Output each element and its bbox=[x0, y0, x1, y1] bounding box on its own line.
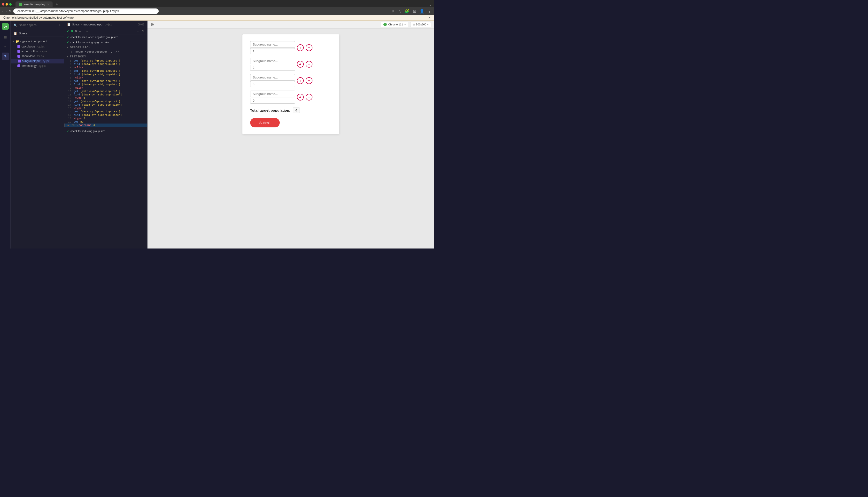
code-line-1[interactable]: 1 get [data-cy='group-inputs0'] bbox=[64, 59, 147, 62]
notification-close[interactable]: ✕ bbox=[428, 16, 431, 19]
code-line-17[interactable]: 17 find [data-cy='subgroup-size'] bbox=[64, 113, 147, 117]
subgroup-add-btn-3[interactable]: + bbox=[297, 94, 304, 100]
subgroup-value-input-0[interactable] bbox=[250, 48, 295, 54]
line-num: 2 bbox=[67, 63, 71, 66]
code-line-20-active[interactable]: ● 20 -contains 6 bbox=[64, 124, 147, 127]
code-line-5[interactable]: 5 find [data-cy='addgroup-btn'] bbox=[64, 73, 147, 76]
cmd: get bbox=[74, 110, 79, 113]
size-badge[interactable]: ⊞ 500x500 ▾ bbox=[410, 22, 431, 27]
tree-folder[interactable]: ▾ 📁 cypress / component bbox=[11, 39, 64, 44]
cmd: get bbox=[74, 80, 79, 83]
tab-bar: new-ifrc-sampling ✕ + ⌄ bbox=[0, 0, 434, 7]
wc-green[interactable] bbox=[9, 3, 12, 5]
subgroup-remove-btn-3[interactable]: − bbox=[305, 94, 312, 100]
file-calculators[interactable]: calculators.cy.jsx bbox=[11, 44, 64, 49]
tab-close-icon[interactable]: ✕ bbox=[47, 3, 49, 6]
sidebar-item-testing[interactable]: ⚗ bbox=[2, 53, 9, 60]
submit-button[interactable]: Submit bbox=[250, 118, 280, 127]
test-body-section[interactable]: ▾ TEST BODY bbox=[64, 54, 147, 59]
test-check-alert[interactable]: ✓ check for alert when negative group si… bbox=[64, 34, 147, 40]
file-icon bbox=[17, 45, 20, 48]
code-line-10[interactable]: 10 get [data-cy='group-inputs0'] bbox=[64, 90, 147, 93]
code-line-3[interactable]: 3 -click bbox=[64, 66, 147, 69]
file-subgroupinput[interactable]: subgroupinput.cy.jsx bbox=[11, 59, 64, 63]
subgroup-name-input-2[interactable] bbox=[250, 74, 295, 81]
bookmark-icon[interactable]: ☆ bbox=[398, 9, 401, 14]
subgroup-value-input-2[interactable] bbox=[250, 81, 295, 87]
subgroup-name-input-1[interactable] bbox=[250, 58, 295, 64]
collapse-icon[interactable]: ⌄ bbox=[429, 2, 432, 6]
file-terminology[interactable]: terminology.cy.jsx bbox=[11, 63, 64, 68]
subgroup-name-input-0[interactable] bbox=[250, 41, 295, 48]
code-line-14[interactable]: 14 find [data-cy='subgroup-size'] bbox=[64, 103, 147, 106]
line-num: 19 bbox=[67, 120, 71, 123]
folder-label: cypress / component bbox=[20, 40, 47, 43]
profile-icon[interactable]: 👤 bbox=[419, 9, 424, 14]
search-input[interactable] bbox=[19, 24, 57, 27]
code-line-8[interactable]: 8 find [data-cy='addgroup-btn'] bbox=[64, 83, 147, 86]
add-spec-button[interactable]: + bbox=[59, 23, 61, 27]
url-field[interactable]: localhost:8080/__/#/specs/runner?file=cy… bbox=[13, 9, 159, 14]
cmd: get bbox=[74, 120, 79, 123]
file-name: showMore bbox=[22, 55, 35, 58]
sidebar-item-analytics[interactable]: ▦ bbox=[2, 33, 9, 40]
test-check-reducing[interactable]: ✓ check for reducing group size bbox=[64, 128, 147, 134]
code-line-9[interactable]: 9 -click bbox=[64, 86, 147, 90]
code-line-11[interactable]: 11 find [data-cy='subgroup-size'] bbox=[64, 93, 147, 96]
subgroup-remove-btn-1[interactable]: − bbox=[305, 61, 312, 68]
refresh-ctrl-icon[interactable]: ↻ bbox=[141, 29, 144, 33]
test-check-summing[interactable]: ✓ check for summing up group size bbox=[64, 40, 147, 45]
app-container: cy ▦ ≡ ⚗ ⚙ 🔍 + 📋 Specs ▾ 📁 cypress / com… bbox=[0, 20, 434, 248]
code-line-18[interactable]: 18 -type 3 bbox=[64, 117, 147, 120]
browser-chrome: new-ifrc-sampling ✕ + ⌄ ‹ › ↻ localhost:… bbox=[0, 0, 434, 20]
code-line-4[interactable]: 4 get [data-cy='group-inputs0'] bbox=[64, 69, 147, 73]
wc-red[interactable] bbox=[2, 3, 4, 5]
subgroup-add-btn-0[interactable]: + bbox=[297, 44, 304, 51]
file-exportbutton[interactable]: exportButton.cy.jsx bbox=[11, 49, 64, 54]
forward-button[interactable]: › bbox=[5, 9, 7, 13]
subgroup-name-input-3[interactable] bbox=[250, 90, 295, 97]
code-line-15[interactable]: 15 -type 2 bbox=[64, 106, 147, 110]
code-line-19[interactable]: 19 get h3 bbox=[64, 120, 147, 124]
crosshair-icon[interactable]: ⊕ bbox=[151, 22, 154, 27]
size-chevron-icon: ▾ bbox=[427, 23, 428, 26]
code-line-16[interactable]: 16 get [data-cy='group-inputs2'] bbox=[64, 110, 147, 113]
subgroup-remove-btn-2[interactable]: − bbox=[305, 77, 312, 84]
subgroup-add-btn-1[interactable]: + bbox=[297, 61, 304, 68]
code-line-13[interactable]: 13 get [data-cy='group-inputs1'] bbox=[64, 100, 147, 103]
subgroup-row-0: + − bbox=[250, 41, 331, 54]
subgroup-add-btn-2[interactable]: + bbox=[297, 77, 304, 84]
collapse-ctrl-icon[interactable]: ⌄ bbox=[137, 29, 140, 33]
wc-yellow[interactable] bbox=[5, 3, 8, 5]
line-num: 9 bbox=[67, 86, 71, 89]
back-button[interactable]: ‹ bbox=[2, 9, 4, 13]
download-icon[interactable]: ⬇ bbox=[392, 9, 395, 14]
runner-panel: 📋 Specs › subgroupinput cy.jsx 00:03 ✓ 8… bbox=[64, 20, 147, 248]
new-tab-button[interactable]: + bbox=[55, 2, 58, 7]
subgroup-remove-btn-0[interactable]: − bbox=[305, 44, 312, 51]
menu-icon[interactable]: ⋮ bbox=[428, 9, 431, 14]
reload-button[interactable]: ↻ bbox=[9, 9, 11, 13]
arg: [data-cy='group-inputs0'] bbox=[81, 70, 120, 72]
arg: [data-cy='subgroup-size'] bbox=[82, 103, 122, 106]
sub-cmd: -click bbox=[74, 66, 83, 69]
section-label: TEST BODY bbox=[70, 55, 86, 58]
file-showmore[interactable]: showMore.cy.jsx bbox=[11, 54, 64, 59]
arg: [data-cy='group-inputs2'] bbox=[81, 110, 120, 113]
extension-icon[interactable]: 🧩 bbox=[405, 9, 410, 14]
code-line-12[interactable]: 12 -type 1 bbox=[64, 96, 147, 100]
line-num: 11 bbox=[67, 93, 71, 96]
line-num: 6 bbox=[67, 76, 71, 79]
subgroup-value-input-3[interactable] bbox=[250, 98, 295, 104]
before-each-section[interactable]: ▾ BEFORE EACH bbox=[64, 45, 147, 50]
subgroup-input-wrap-2 bbox=[250, 74, 295, 87]
code-line-7[interactable]: 7 get [data-cy='group-inputs0'] bbox=[64, 80, 147, 83]
code-line-6[interactable]: 6 -click bbox=[64, 76, 147, 80]
section-label: BEFORE EACH bbox=[70, 46, 90, 49]
sidebar-item-list[interactable]: ≡ bbox=[2, 43, 9, 50]
subgroup-value-input-1[interactable] bbox=[250, 65, 295, 71]
sidebar-toggle-icon[interactable]: ⊟ bbox=[413, 9, 416, 14]
active-tab[interactable]: new-ifrc-sampling ✕ bbox=[15, 1, 53, 7]
browser-badge[interactable]: Chrome 111 ▾ bbox=[381, 22, 408, 27]
code-line-2[interactable]: 2 find [data-cy='addgroup-btn'] bbox=[64, 62, 147, 66]
